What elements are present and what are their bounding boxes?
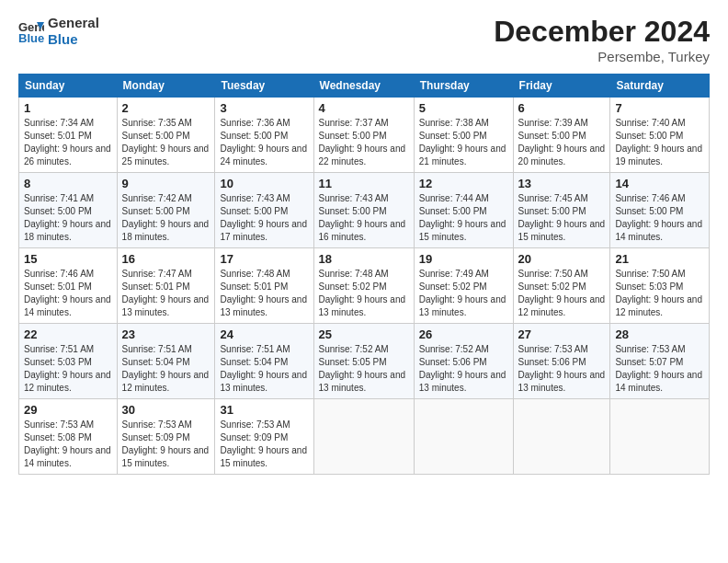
calendar-cell: 21Sunrise: 7:50 AMSunset: 5:03 PMDayligh… <box>610 248 710 324</box>
day-info: Sunrise: 7:50 AMSunset: 5:02 PMDaylight:… <box>518 268 606 319</box>
day-info: Sunrise: 7:34 AMSunset: 5:01 PMDaylight:… <box>24 117 112 168</box>
title-block: December 2024 Persembe, Turkey <box>494 15 710 64</box>
calendar-cell: 2Sunrise: 7:35 AMSunset: 5:00 PMDaylight… <box>117 98 215 173</box>
day-info: Sunrise: 7:52 AMSunset: 5:05 PMDaylight:… <box>319 343 409 395</box>
day-number: 3 <box>220 101 308 115</box>
day-number: 29 <box>24 403 112 417</box>
calendar-cell <box>610 399 710 475</box>
day-number: 11 <box>319 177 409 190</box>
calendar-cell: 5Sunrise: 7:38 AMSunset: 5:00 PMDaylight… <box>414 98 513 173</box>
calendar-cell: 3Sunrise: 7:36 AMSunset: 5:00 PMDaylight… <box>215 98 313 173</box>
calendar-cell: 1Sunrise: 7:34 AMSunset: 5:01 PMDaylight… <box>19 98 118 173</box>
day-info: Sunrise: 7:37 AMSunset: 5:00 PMDaylight:… <box>319 117 409 168</box>
day-number: 18 <box>319 252 409 266</box>
weekday-header: Monday <box>117 75 215 98</box>
calendar-cell: 24Sunrise: 7:51 AMSunset: 5:04 PMDayligh… <box>215 324 313 399</box>
day-number: 4 <box>319 101 409 115</box>
weekday-header: Thursday <box>414 75 513 98</box>
day-number: 2 <box>122 101 210 115</box>
calendar-cell: 6Sunrise: 7:39 AMSunset: 5:00 PMDaylight… <box>513 98 610 173</box>
weekday-header: Saturday <box>610 75 710 98</box>
day-info: Sunrise: 7:49 AMSunset: 5:02 PMDaylight:… <box>419 268 508 319</box>
calendar-week-row: 22Sunrise: 7:51 AMSunset: 5:03 PMDayligh… <box>19 324 710 399</box>
day-info: Sunrise: 7:48 AMSunset: 5:01 PMDaylight:… <box>220 268 308 319</box>
calendar-cell <box>313 399 414 475</box>
calendar-cell: 9Sunrise: 7:42 AMSunset: 5:00 PMDaylight… <box>117 173 215 248</box>
day-number: 25 <box>319 327 409 341</box>
weekday-header: Friday <box>513 75 610 98</box>
day-info: Sunrise: 7:51 AMSunset: 5:04 PMDaylight:… <box>122 343 210 395</box>
day-info: Sunrise: 7:36 AMSunset: 5:00 PMDaylight:… <box>220 117 308 168</box>
day-info: Sunrise: 7:45 AMSunset: 5:00 PMDaylight:… <box>518 192 606 244</box>
day-number: 26 <box>419 327 508 341</box>
day-info: Sunrise: 7:40 AMSunset: 5:00 PMDaylight:… <box>615 117 704 168</box>
day-info: Sunrise: 7:35 AMSunset: 5:00 PMDaylight:… <box>122 117 210 168</box>
calendar-cell: 12Sunrise: 7:44 AMSunset: 5:00 PMDayligh… <box>414 173 513 248</box>
day-number: 21 <box>615 252 704 266</box>
header: General Blue General Blue December 2024 … <box>18 15 710 64</box>
day-number: 1 <box>24 101 112 115</box>
day-number: 7 <box>615 101 704 115</box>
calendar-cell: 26Sunrise: 7:52 AMSunset: 5:06 PMDayligh… <box>414 324 513 399</box>
day-info: Sunrise: 7:43 AMSunset: 5:00 PMDaylight:… <box>319 192 409 244</box>
calendar-cell: 15Sunrise: 7:46 AMSunset: 5:01 PMDayligh… <box>19 248 118 324</box>
calendar-cell: 30Sunrise: 7:53 AMSunset: 5:09 PMDayligh… <box>117 399 215 475</box>
weekday-header: Tuesday <box>215 75 313 98</box>
calendar-week-row: 29Sunrise: 7:53 AMSunset: 5:08 PMDayligh… <box>19 399 710 475</box>
calendar-cell: 7Sunrise: 7:40 AMSunset: 5:00 PMDaylight… <box>610 98 710 173</box>
day-number: 28 <box>615 327 704 341</box>
day-info: Sunrise: 7:51 AMSunset: 5:04 PMDaylight:… <box>220 343 308 395</box>
day-number: 31 <box>220 403 308 417</box>
day-info: Sunrise: 7:42 AMSunset: 5:00 PMDaylight:… <box>122 192 210 244</box>
calendar-header-row: SundayMondayTuesdayWednesdayThursdayFrid… <box>19 75 710 98</box>
day-info: Sunrise: 7:53 AMSunset: 9:09 PMDaylight:… <box>220 419 308 470</box>
day-info: Sunrise: 7:44 AMSunset: 5:00 PMDaylight:… <box>419 192 508 244</box>
calendar-cell: 11Sunrise: 7:43 AMSunset: 5:00 PMDayligh… <box>313 173 414 248</box>
calendar-cell: 13Sunrise: 7:45 AMSunset: 5:00 PMDayligh… <box>513 173 610 248</box>
svg-text:Blue: Blue <box>18 31 44 44</box>
day-number: 23 <box>122 327 210 341</box>
calendar-cell: 4Sunrise: 7:37 AMSunset: 5:00 PMDaylight… <box>313 98 414 173</box>
calendar-week-row: 8Sunrise: 7:41 AMSunset: 5:00 PMDaylight… <box>19 173 710 248</box>
day-number: 13 <box>518 177 606 190</box>
day-info: Sunrise: 7:51 AMSunset: 5:03 PMDaylight:… <box>24 343 112 395</box>
calendar-cell: 10Sunrise: 7:43 AMSunset: 5:00 PMDayligh… <box>215 173 313 248</box>
logo-line1: General <box>48 15 99 31</box>
logo-icon: General Blue <box>18 18 44 44</box>
day-info: Sunrise: 7:41 AMSunset: 5:00 PMDaylight:… <box>24 192 112 244</box>
calendar-cell: 20Sunrise: 7:50 AMSunset: 5:02 PMDayligh… <box>513 248 610 324</box>
calendar-cell: 25Sunrise: 7:52 AMSunset: 5:05 PMDayligh… <box>313 324 414 399</box>
day-number: 5 <box>419 101 508 115</box>
calendar-cell: 18Sunrise: 7:48 AMSunset: 5:02 PMDayligh… <box>313 248 414 324</box>
calendar-cell: 28Sunrise: 7:53 AMSunset: 5:07 PMDayligh… <box>610 324 710 399</box>
day-number: 8 <box>24 177 112 190</box>
calendar-cell: 16Sunrise: 7:47 AMSunset: 5:01 PMDayligh… <box>117 248 215 324</box>
calendar-cell: 22Sunrise: 7:51 AMSunset: 5:03 PMDayligh… <box>19 324 118 399</box>
day-info: Sunrise: 7:43 AMSunset: 5:00 PMDaylight:… <box>220 192 308 244</box>
weekday-header: Sunday <box>19 75 118 98</box>
calendar-week-row: 1Sunrise: 7:34 AMSunset: 5:01 PMDaylight… <box>19 98 710 173</box>
calendar-cell: 27Sunrise: 7:53 AMSunset: 5:06 PMDayligh… <box>513 324 610 399</box>
calendar-table: SundayMondayTuesdayWednesdayThursdayFrid… <box>18 74 710 475</box>
day-number: 27 <box>518 327 606 341</box>
day-number: 15 <box>24 252 112 266</box>
day-number: 16 <box>122 252 210 266</box>
day-number: 9 <box>122 177 210 190</box>
calendar-cell: 23Sunrise: 7:51 AMSunset: 5:04 PMDayligh… <box>117 324 215 399</box>
day-info: Sunrise: 7:53 AMSunset: 5:08 PMDaylight:… <box>24 419 112 470</box>
day-info: Sunrise: 7:53 AMSunset: 5:07 PMDaylight:… <box>615 343 704 395</box>
day-info: Sunrise: 7:48 AMSunset: 5:02 PMDaylight:… <box>319 268 409 319</box>
day-number: 17 <box>220 252 308 266</box>
day-number: 19 <box>419 252 508 266</box>
day-number: 14 <box>615 177 704 190</box>
day-number: 10 <box>220 177 308 190</box>
day-number: 30 <box>122 403 210 417</box>
day-info: Sunrise: 7:47 AMSunset: 5:01 PMDaylight:… <box>122 268 210 319</box>
calendar-cell: 19Sunrise: 7:49 AMSunset: 5:02 PMDayligh… <box>414 248 513 324</box>
day-number: 6 <box>518 101 606 115</box>
location-title: Persembe, Turkey <box>494 49 710 64</box>
day-info: Sunrise: 7:53 AMSunset: 5:09 PMDaylight:… <box>122 419 210 470</box>
calendar-cell: 8Sunrise: 7:41 AMSunset: 5:00 PMDaylight… <box>19 173 118 248</box>
day-info: Sunrise: 7:46 AMSunset: 5:00 PMDaylight:… <box>615 192 704 244</box>
day-info: Sunrise: 7:46 AMSunset: 5:01 PMDaylight:… <box>24 268 112 319</box>
